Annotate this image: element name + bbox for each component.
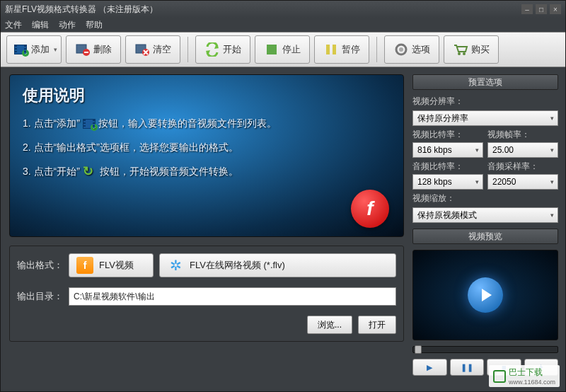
- toolbar: + 添加 删除 清空 开始 停止 暂停 选项: [1, 32, 565, 67]
- vbitrate-select[interactable]: 816 kbps: [412, 142, 483, 158]
- start-button[interactable]: 开始: [195, 35, 250, 64]
- svg-point-10: [458, 52, 461, 55]
- watermark: 巴士下载 www.11684.com: [489, 365, 560, 387]
- toolbar-separator: [187, 37, 188, 62]
- watermark-text: 巴士下载: [509, 367, 555, 379]
- preview-play-button[interactable]: ▶: [412, 359, 447, 376]
- output-dir-input[interactable]: [69, 287, 396, 306]
- close-button[interactable]: ×: [550, 4, 561, 14]
- toolbar-separator: [376, 37, 377, 62]
- menu-action[interactable]: 动作: [59, 19, 76, 31]
- output-dir-label: 输出目录：: [17, 290, 63, 303]
- clear-label: 清空: [153, 43, 171, 56]
- cart-icon: [453, 42, 468, 57]
- svg-rect-2: [84, 52, 88, 53]
- output-buttons-row: 浏览... 打开: [17, 316, 396, 334]
- network-icon: ✲: [167, 257, 184, 274]
- asample-select[interactable]: 22050: [487, 174, 558, 190]
- play-icon: [468, 277, 503, 313]
- remove-label: 删除: [93, 43, 112, 56]
- add-film-icon: +: [13, 42, 28, 57]
- resolution-select[interactable]: 保持原分辨率: [412, 110, 558, 126]
- window-buttons: – □ ×: [521, 4, 561, 14]
- instruction-step-2: 2. 点击“输出格式”选项框，选择您要输出的格式。: [23, 142, 391, 154]
- app-window: 新星FLV视频格式转换器 （未注册版本） – □ × 文件 编辑 动作 帮助 +…: [0, 0, 566, 392]
- preview-pause-button[interactable]: ❚❚: [450, 359, 485, 376]
- menubar: 文件 编辑 动作 帮助: [1, 18, 565, 32]
- main-body: 使用说明 1. 点击“添加” + 按钮，输入要转换的音视频文件到列表。 2. 点…: [1, 67, 565, 392]
- clear-film-icon: [134, 42, 150, 57]
- fps-label: 视频帧率：: [487, 129, 558, 141]
- start-label: 开始: [223, 43, 241, 56]
- add-film-icon: +: [83, 119, 96, 129]
- remove-film-icon: [75, 42, 91, 57]
- preview-header: 视频预览: [412, 229, 558, 244]
- right-pane: 预置选项 视频分辨率： 保持原分辨率 视频比特率： 816 kbps 视频帧率：…: [410, 67, 565, 392]
- scale-label: 视频缩放：: [412, 192, 558, 204]
- pause-button[interactable]: 暂停: [314, 35, 369, 64]
- open-button[interactable]: 打开: [358, 316, 396, 334]
- menu-help[interactable]: 帮助: [86, 19, 103, 31]
- menu-edit[interactable]: 编辑: [32, 19, 49, 31]
- preview-seek-bar[interactable]: [412, 346, 558, 353]
- options-label: 选项: [412, 43, 430, 56]
- browse-button[interactable]: 浏览...: [307, 316, 352, 334]
- flv-icon: f: [76, 257, 93, 274]
- maximize-button[interactable]: □: [536, 4, 547, 14]
- presets-body: 视频分辨率： 保持原分辨率 视频比特率： 816 kbps 视频帧率： 25.0…: [412, 96, 558, 223]
- svg-point-9: [399, 47, 403, 52]
- output-format-short[interactable]: f FLV视频: [69, 253, 154, 277]
- svg-rect-6: [326, 45, 330, 54]
- gear-icon: [393, 42, 409, 57]
- svg-rect-5: [267, 45, 277, 54]
- menu-file[interactable]: 文件: [5, 19, 22, 31]
- watermark-logo-icon: [493, 370, 506, 383]
- minimize-button[interactable]: –: [521, 4, 533, 14]
- refresh-icon: [83, 166, 97, 178]
- window-title: 新星FLV视频格式转换器 （未注册版本）: [5, 4, 521, 16]
- left-pane: 使用说明 1. 点击“添加” + 按钮，输入要转换的音视频文件到列表。 2. 点…: [1, 67, 410, 392]
- add-button[interactable]: + 添加: [6, 35, 62, 64]
- options-button[interactable]: 选项: [384, 35, 439, 64]
- remove-button[interactable]: 删除: [66, 35, 121, 64]
- titlebar: 新星FLV视频格式转换器 （未注册版本） – □ ×: [1, 1, 565, 18]
- stop-label: 停止: [282, 43, 301, 56]
- svg-rect-7: [333, 45, 336, 54]
- pause-label: 暂停: [342, 43, 360, 56]
- instructions-panel: 使用说明 1. 点击“添加” + 按钮，输入要转换的音视频文件到列表。 2. 点…: [9, 74, 404, 237]
- resolution-label: 视频分辨率：: [412, 96, 558, 108]
- refresh-icon: [204, 42, 220, 57]
- scale-select[interactable]: 保持原视频模式: [412, 207, 558, 223]
- abitrate-select[interactable]: 128 kbps: [412, 174, 483, 190]
- output-format-label: 输出格式：: [17, 259, 63, 272]
- svg-point-11: [463, 52, 466, 55]
- presets-header: 预置选项: [412, 74, 558, 90]
- stop-icon: [264, 42, 279, 57]
- seek-knob[interactable]: [415, 345, 422, 354]
- vbitrate-label: 视频比特率：: [412, 129, 483, 141]
- clear-button[interactable]: 清空: [125, 35, 180, 64]
- output-panel: 输出格式： f FLV视频 ✲ FLV在线网络视频 (*.flv) 输出目录： …: [9, 246, 404, 342]
- buy-label: 购买: [471, 43, 490, 56]
- stop-button[interactable]: 停止: [255, 35, 310, 64]
- instruction-step-1: 1. 点击“添加” + 按钮，输入要转换的音视频文件到列表。: [23, 117, 391, 130]
- output-dir-row: 输出目录：: [17, 287, 396, 306]
- output-format-long[interactable]: ✲ FLV在线网络视频 (*.flv): [159, 253, 396, 277]
- flash-icon: f: [351, 190, 389, 228]
- add-label: 添加: [31, 43, 50, 56]
- output-format-row: 输出格式： f FLV视频 ✲ FLV在线网络视频 (*.flv): [17, 253, 396, 277]
- video-preview: [412, 250, 558, 340]
- buy-button[interactable]: 购买: [444, 35, 499, 64]
- fps-select[interactable]: 25.00: [487, 142, 558, 158]
- instruction-step-3: 3. 点击“开始” 按钮，开始视频音频文件转换。: [23, 166, 391, 178]
- pause-icon: [323, 42, 339, 57]
- abitrate-label: 音频比特率：: [412, 161, 483, 173]
- instructions-heading: 使用说明: [23, 85, 391, 106]
- watermark-url: www.11684.com: [509, 379, 555, 386]
- asample-label: 音频采样率：: [487, 161, 558, 173]
